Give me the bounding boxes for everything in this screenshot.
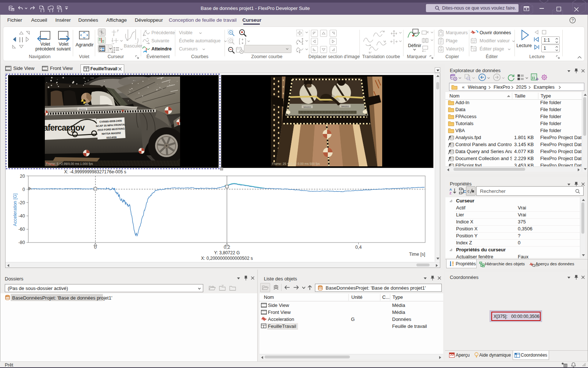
svg-text:-60: -60: [18, 227, 25, 232]
svg-text:1: 1: [113, 34, 114, 36]
svg-text:Frame: 25 +10.12 0.00 ms 5: Frame: 25 +10.12 0.00 ms 500 fps: [272, 162, 320, 166]
svg-text:0: 0: [22, 187, 25, 192]
svg-text:12: 12: [472, 40, 475, 43]
svg-text:-40: -40: [18, 213, 25, 219]
svg-text:-20: -20: [18, 200, 25, 205]
svg-text:MA0202: MA0202: [341, 105, 349, 107]
svg-text:X: 0,2000000000000502 s: X: 0,2000000000000502 s: [201, 256, 253, 261]
svg-text:Z: Z: [449, 191, 452, 195]
svg-text:MA0202: MA0202: [304, 106, 311, 108]
svg-text:c: c: [467, 189, 470, 193]
svg-text:A: A: [449, 188, 452, 191]
svg-text:20: 20: [20, 174, 25, 179]
svg-text:?: ?: [571, 18, 574, 22]
svg-text:12: 12: [473, 48, 476, 52]
svg-text:-80: -80: [18, 240, 25, 245]
svg-text:Y: 3,80722 G: Y: 3,80722 G: [214, 250, 240, 255]
svg-text:Acceleration [G]: Acceleration [G]: [12, 194, 18, 226]
svg-text:2: 2: [117, 30, 118, 32]
svg-text:X: -4,999999998327176e-005 s: X: -4,999999998327176e-005 s: [64, 169, 126, 174]
svg-text:0,4: 0,4: [355, 245, 362, 250]
svg-text:Time [s]: Time [s]: [409, 252, 425, 257]
